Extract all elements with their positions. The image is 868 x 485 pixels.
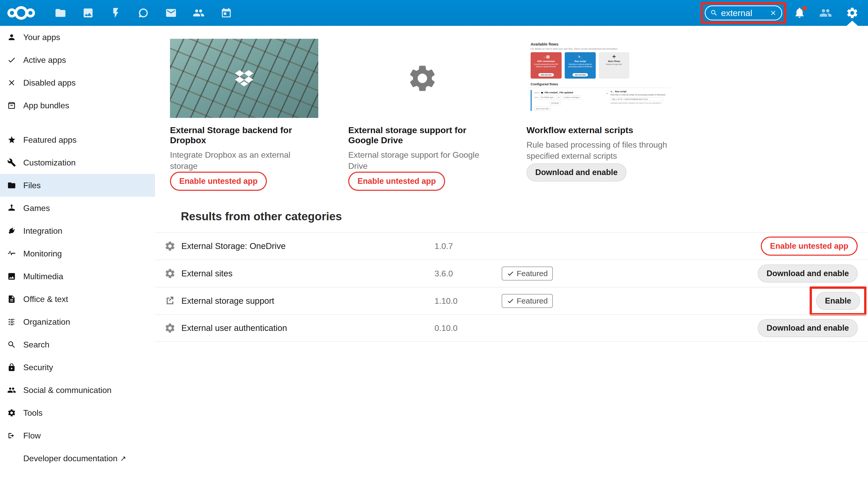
sidebar-item-tools[interactable]: Tools xyxy=(0,401,155,424)
app-row-external-storage-onedrive[interactable]: External Storage: OneDrive 1.0.7 Enable … xyxy=(155,232,868,260)
results-table: External Storage: OneDrive 1.0.7 Enable … xyxy=(155,232,868,342)
star-icon xyxy=(7,136,16,144)
topbar-photos-icon[interactable] xyxy=(74,0,102,26)
sidebar-item-integration[interactable]: Integration xyxy=(0,220,155,242)
nextcloud-logo[interactable] xyxy=(7,5,36,21)
unified-search-input[interactable]: external xyxy=(705,5,782,21)
sidebar-item-customization[interactable]: Customization xyxy=(0,151,155,174)
preview-card-pdf-conversion: →▤ PDF conversion Convert documents into… xyxy=(531,52,562,79)
enable-untested-app-button[interactable]: Enable untested app xyxy=(761,236,858,256)
preview-placeholder-note: Available placeholder variables are list… xyxy=(611,102,665,104)
preview-available-flows-title: Available flows xyxy=(531,42,667,46)
external-link-icon xyxy=(164,295,176,307)
preview-editor-conditions: When File created , File updated and Fil… xyxy=(534,90,601,111)
search-icon xyxy=(710,9,718,17)
sidebar-item-label: Featured apps xyxy=(23,135,76,145)
sidebar-item-files[interactable]: Files xyxy=(0,174,155,197)
download-and-enable-button[interactable]: Download and enable xyxy=(758,319,858,337)
topbar-activity-icon[interactable] xyxy=(102,0,129,26)
sidebar-item-search[interactable]: Search xyxy=(0,333,155,356)
preview-card-description: Convert documents into the PDF format on… xyxy=(532,63,560,68)
sidebar-item-label: Flow xyxy=(23,431,41,440)
preview-card-title: More flows xyxy=(608,60,620,62)
topbar-app-nav xyxy=(46,0,240,26)
topbar-mail-icon[interactable] xyxy=(157,0,185,26)
sidebar-item-active-apps[interactable]: Active apps xyxy=(0,49,155,72)
topbar-talk-icon[interactable] xyxy=(129,0,157,26)
sidebar-item-your-apps[interactable]: Your apps xyxy=(0,26,155,49)
sidebar-item-multimedia[interactable]: Multimedia xyxy=(0,265,155,288)
contacts-menu-icon[interactable] xyxy=(819,6,832,19)
pdf-icon: →▤ xyxy=(542,54,550,59)
preview-card-run-script: >_ Run script Pass files to external scr… xyxy=(565,52,596,79)
app-card-description: Rule based processing of files through s… xyxy=(526,139,671,162)
results-heading: Results from other categories xyxy=(181,210,342,223)
sidebar-item-games[interactable]: Games xyxy=(0,197,155,220)
sidebar-item-organization[interactable]: Organization xyxy=(0,311,155,333)
active-app-caret xyxy=(846,21,858,26)
sidebar-item-label: Files xyxy=(23,181,41,190)
preview-card-title: Run script xyxy=(575,60,586,62)
app-card-google-drive[interactable]: External storage support for Google Driv… xyxy=(348,39,497,181)
download-and-enable-button[interactable]: Download and enable xyxy=(526,163,626,181)
flow-icon xyxy=(7,431,16,440)
sidebar-item-flow[interactable]: Flow xyxy=(0,424,155,447)
featured-badge: Featured xyxy=(502,294,553,308)
sidebar-item-security[interactable]: Security xyxy=(0,356,155,379)
people-icon xyxy=(7,386,16,395)
topbar-contacts-icon[interactable] xyxy=(185,0,212,26)
enable-button[interactable]: Enable xyxy=(816,292,860,310)
download-and-enable-button[interactable]: Download and enable xyxy=(758,264,858,283)
app-card-description: Integrate Dropbox as an external storage xyxy=(170,149,318,172)
app-card-dropbox[interactable]: External Storage backend for Dropbox Int… xyxy=(170,39,318,181)
magnifier-icon xyxy=(7,340,16,349)
settings-gear-icon[interactable] xyxy=(846,6,859,19)
sidebar-item-label: Active apps xyxy=(23,55,66,65)
gear-icon xyxy=(7,408,16,417)
featured-badge: Featured xyxy=(502,266,553,281)
preview-add-filter-input: Add a new filter xyxy=(534,107,551,111)
preview-flow-cards: →▤ PDF conversion Convert documents into… xyxy=(531,52,667,79)
sidebar-item-disabled-apps[interactable]: Disabled apps xyxy=(0,72,155,94)
notifications-bell-icon[interactable] xyxy=(793,6,806,19)
plus-icon: + xyxy=(612,54,616,59)
preview-card-title: PDF conversion xyxy=(537,60,555,62)
terminal-icon: >_ xyxy=(578,54,582,59)
app-row-external-storage-support[interactable]: External storage support 1.10.0 Featured… xyxy=(155,287,868,314)
sidebar-item-office-text[interactable]: Office & text xyxy=(0,288,155,311)
sidebar-item-label: Multimedia xyxy=(23,272,63,281)
app-row-version: 1.0.7 xyxy=(435,241,502,251)
preview-editor-action: → >_ Run script Pass files to external s… xyxy=(605,90,667,111)
sidebar-item-social-communication[interactable]: Social & communication xyxy=(0,379,155,401)
app-row-version: 1.10.0 xyxy=(435,296,502,306)
developer-documentation-label: Developer documentation xyxy=(23,454,118,463)
topbar-files-icon[interactable] xyxy=(46,0,74,26)
app-card-description: External storage support for Google Driv… xyxy=(348,149,497,172)
sidebar-item-app-bundles[interactable]: App bundles xyxy=(0,94,155,117)
archive-icon xyxy=(7,101,16,110)
dropbox-logo-icon xyxy=(228,68,259,89)
enable-untested-app-button[interactable]: Enable untested app xyxy=(170,172,267,191)
sidebar-item-featured-apps[interactable]: Featured apps xyxy=(0,129,155,151)
app-row-version: 3.6.0 xyxy=(435,269,502,279)
app-row-external-user-authentication[interactable]: External user authentication 0.10.0 Down… xyxy=(155,314,868,342)
terminal-icon: >_ xyxy=(611,90,614,93)
sidebar: Your apps Active apps Disabled apps App … xyxy=(0,26,155,485)
sidebar-item-monitoring[interactable]: Monitoring xyxy=(0,242,155,265)
topbar-calendar-icon[interactable] xyxy=(212,0,240,26)
folder-icon xyxy=(541,91,543,94)
clear-search-icon[interactable] xyxy=(770,9,777,17)
preview-add-new-flow-button: Add new flow xyxy=(538,73,554,77)
dropbox-screenshot-image xyxy=(170,39,318,118)
enable-untested-app-button[interactable]: Enable untested app xyxy=(348,172,445,191)
sidebar-item-developer-documentation[interactable]: Developer documentation ↗ xyxy=(0,447,155,470)
app-row-external-sites[interactable]: External sites 3.6.0 Featured Download a… xyxy=(155,260,868,287)
check-icon xyxy=(7,56,16,64)
preview-divider xyxy=(526,88,671,88)
app-card-title: Workflow external scripts xyxy=(526,125,675,135)
preview-configured-flows-title: Configured flows xyxy=(531,82,667,86)
main-content: External Storage backend for Dropbox Int… xyxy=(155,26,868,485)
sidebar-item-label: Search xyxy=(23,340,49,349)
preview-action-title: Run script xyxy=(615,90,627,93)
app-card-workflow-scripts[interactable]: Available flows For details on how to wr… xyxy=(526,39,675,181)
